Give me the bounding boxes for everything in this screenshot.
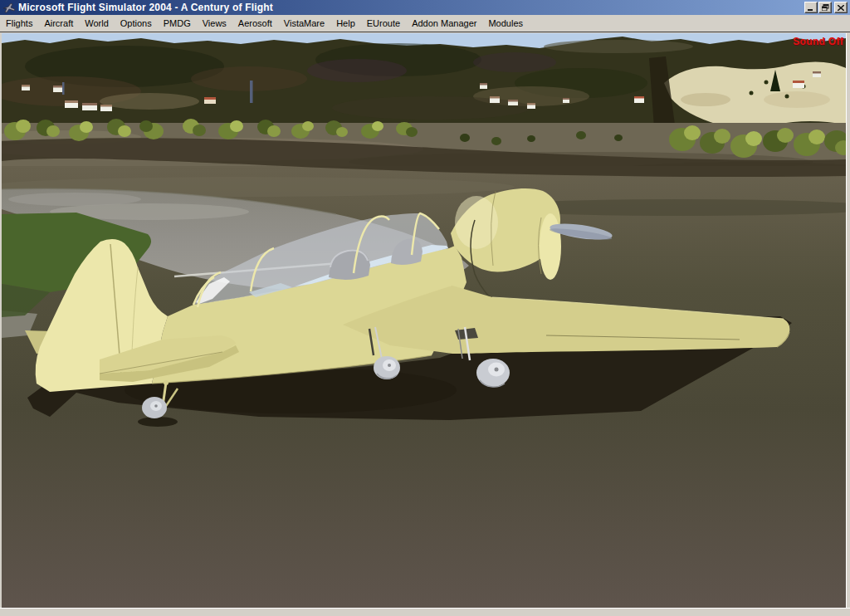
scene-graphics [2,33,846,608]
window-border-bottom [0,608,850,616]
menu-item-options[interactable]: Options [115,15,158,32]
sound-status-label: Sound Off [793,36,843,47]
cowl-lip [540,213,561,280]
minimize-button[interactable] [804,2,818,13]
app-icon[interactable] [2,2,16,14]
radio-tower [250,81,253,103]
menu-bar: Flights Aircraft World Options PMDG View… [0,15,850,32]
menu-item-modules[interactable]: Modules [482,15,529,32]
restore-icon [822,4,829,11]
menu-item-pmdg[interactable]: PMDG [158,15,197,32]
window-title: Microsoft Flight Simulator 2004 - A Cent… [18,2,273,13]
menu-item-flights[interactable]: Flights [0,15,38,32]
close-icon [838,5,844,11]
menu-item-aircraft[interactable]: Aircraft [38,15,79,32]
close-button[interactable] [834,2,848,13]
menu-item-addon-manager[interactable]: Addon Manager [406,15,482,32]
menu-item-euroute[interactable]: EUroute [361,15,406,32]
menu-item-views[interactable]: Views [197,15,232,32]
window-border-left [0,33,2,608]
simulator-3d-view[interactable]: Sound Off [2,33,846,608]
radio-tower [62,82,65,95]
menu-item-world[interactable]: World [79,15,115,32]
restore-button[interactable] [818,2,832,13]
window-border-right [846,33,850,608]
menu-item-aerosoft[interactable]: Aerosoft [232,15,278,32]
menu-item-vistamare[interactable]: VistaMare [278,15,330,32]
minimize-icon [808,5,814,11]
title-bar: Microsoft Flight Simulator 2004 - A Cent… [0,0,850,15]
menu-item-help[interactable]: Help [330,15,361,32]
